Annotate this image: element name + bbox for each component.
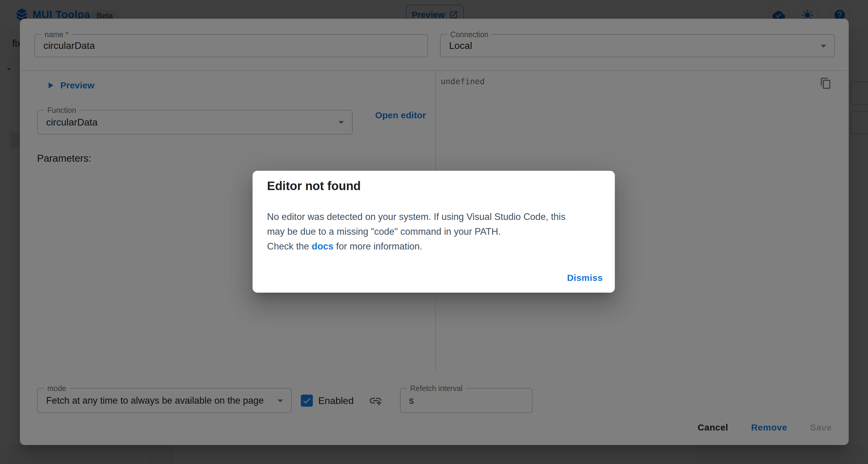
dialog-title: Editor not found [267, 179, 361, 193]
screen: MUI Toolpad Beta Preview fix [0, 0, 868, 464]
docs-link[interactable]: docs [312, 241, 333, 252]
dialog-body-line3-suffix: for more information. [334, 241, 423, 252]
dialog-body-line2: may be due to a missing "code" command i… [267, 226, 501, 237]
dialog-body-line1: No editor was detected on your system. I… [267, 211, 565, 222]
dialog-body-line3-prefix: Check the [267, 241, 312, 252]
editor-not-found-dialog: Editor not found No editor was detected … [253, 171, 615, 293]
dialog-actions: Dismiss [567, 273, 603, 283]
dialog-body: No editor was detected on your system. I… [267, 209, 601, 254]
dismiss-button[interactable]: Dismiss [567, 273, 603, 283]
